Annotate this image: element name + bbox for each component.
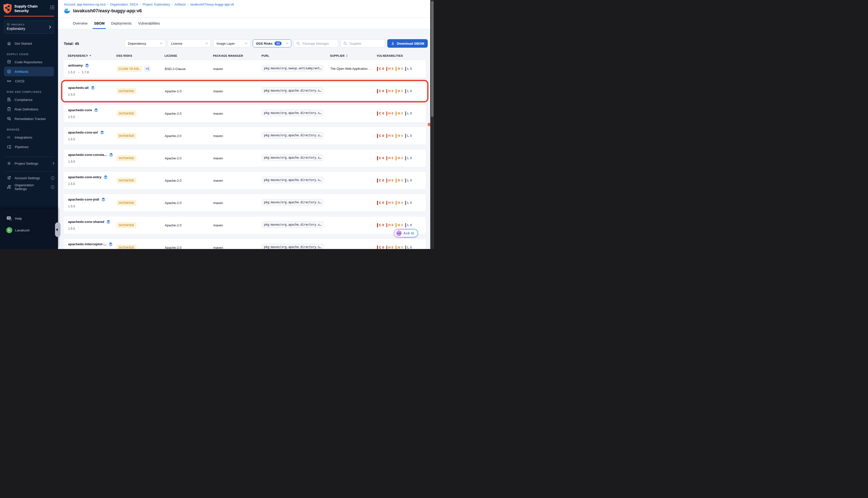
image-layer-filter-select[interactable]: Image Layer [213,39,250,48]
user-menu[interactable]: L Lavakush [0,226,58,234]
download-sbom-button[interactable]: Download SBOM [387,39,428,48]
medium-count: M0 [396,67,403,71]
tab-sbom[interactable]: SBOM [94,18,104,29]
table-row[interactable]: apacheds-all 1.5.5 → OUTDATED Apache-2.0… [63,82,426,100]
page-header: Account: app-harness-ng-cicd › Organizat… [58,0,434,18]
dependency-cell: apacheds-core-avl 1.5.5 → [68,127,117,145]
app-logo-shield-icon [3,3,12,14]
package-manager-cell: maven [213,112,262,116]
gear-icon [7,161,11,166]
sidebar-item-remediation-tracker[interactable]: Remediation Tracker [0,114,58,123]
sidebar-section-manage: MANAGE [0,127,58,132]
table-row[interactable]: apacheds-core-entry 1.5.5 → OUTDATED Apa… [63,171,426,189]
layers-icon [85,63,89,67]
tabs-bar: Overview SBOM Deployments Vulnerabilitie… [58,18,434,29]
sidebar-item-organization-settings[interactable]: Organization Settings [0,183,58,192]
project-selector[interactable]: PROJECT Exploratory [4,21,54,34]
sidebar-item-rule-definitions[interactable]: Rule Definitions [0,104,58,114]
app-title: Supply Chain Security [14,3,50,13]
license-cell: Apache-2.0 [165,112,213,116]
purl-cell: pkg:maven/org.owasp.antisamy/ant… [262,65,330,73]
purl-pill[interactable]: pkg:maven/org.apache.directory.s… [262,244,324,249]
settings-item-label: Organization Settings [15,183,44,191]
sidebar-item-compliance[interactable]: Compliance [0,95,58,104]
purl-cell: pkg:maven/org.apache.directory.s… [262,154,330,162]
sidebar-collapse-handle[interactable] [55,222,61,237]
purl-pill[interactable]: pkg:maven/org.apache.directory.s… [262,154,324,161]
dependency-filter-select[interactable]: Dependency [125,39,166,48]
breadcrumb-link-account[interactable]: Account: app-harness-ng-cicd [64,3,105,6]
sidebar-item-integrations[interactable]: Integrations [0,132,58,142]
table-row[interactable]: apacheds-core 1.5.5 → OUTDATED Apache-2.… [63,104,426,122]
home-icon [7,41,11,46]
purl-pill[interactable]: pkg:maven/org.apache.directory.s… [262,199,324,206]
table-row[interactable]: antisamy 1.5.3 → 1.7.8 CLOSE TO EOL+1 BS… [63,60,426,78]
license-filter-select[interactable]: License [168,39,211,48]
vulnerabilities-cell: C0 H0 M0 L0 [377,201,426,205]
purl-pill[interactable]: pkg:maven/org.owasp.antisamy/ant… [262,65,324,71]
upgrade-arrow: → [77,70,80,74]
license-cell: Apache-2.0 [165,89,213,93]
high-count: H0 [386,112,393,116]
ask-ai-button[interactable]: Ask AI [394,229,418,237]
critical-count: C0 [377,67,384,71]
column-header-vulnerabilities: VULNERABILITIES [377,54,426,57]
tab-vulnerabilities[interactable]: Vulnerabilities [138,18,160,29]
sidebar-item-pipelines[interactable]: Pipelines [0,142,58,152]
critical-count: C0 [377,179,384,183]
breadcrumb-link-project[interactable]: Project: Exploratory [143,3,170,6]
sidebar-item-cicd[interactable]: CI/CD [0,76,58,86]
low-count: L0 [405,201,412,205]
medium-count: M0 [396,223,403,227]
app-switcher-icon[interactable] [50,5,54,10]
sbom-table: antisamy 1.5.3 → 1.7.8 CLOSE TO EOL+1 BS… [63,60,426,249]
purl-pill[interactable]: pkg:maven/org.apache.directory.s… [262,132,324,139]
tab-deployments[interactable]: Deployments [111,18,132,29]
dependency-version: 1.5.5 → [68,93,75,96]
table-row[interactable]: apacheds-core-jndi 1.5.5 → OUTDATED Apac… [63,194,426,212]
page-scrollbar[interactable] [430,0,434,249]
collapse-arrow-icon [56,228,58,231]
table-row[interactable]: apacheds-core-consta... 1.5.5 → OUTDATED… [63,149,426,167]
package-manager-search-input[interactable] [302,41,336,46]
dependency-name: apacheds-core-shared [68,220,104,224]
breadcrumb-link-artifact-name[interactable]: lavakush07/easy-buggy-app:v6 [190,3,234,6]
sidebar-item-artifacts[interactable]: Artifacts [4,67,54,76]
package-manager-search[interactable] [294,39,338,48]
help-button[interactable]: ? Help [0,214,58,222]
purl-pill[interactable]: pkg:maven/org.apache.directory.s… [262,87,324,94]
purl-pill[interactable]: pkg:maven/org.apache.directory.s… [262,221,324,228]
sidebar-item-get-started[interactable]: Get Started [0,39,58,48]
critical-count: C0 [377,89,384,93]
vulnerabilities-cell: C0 H0 M0 L0 [377,246,426,249]
scrollbar-thumb[interactable] [431,1,433,117]
dependency-cell: apacheds-core-jndi 1.5.5 → [68,194,117,212]
purl-pill[interactable]: pkg:maven/org.apache.directory.s… [262,177,324,183]
compliance-doc-icon [7,97,11,102]
brand-divider [4,16,54,16]
sidebar-item-project-settings[interactable]: Project Settings [0,159,58,168]
sidebar-header: Supply Chain Security [0,0,58,14]
avatar: L [6,227,12,233]
table-row[interactable]: apacheds-core-shared 1.5.5 → OUTDATED Ap… [63,216,426,234]
risk-badges: OUTDATED [117,133,165,139]
oss-risks-filter-select[interactable]: OSS Risks 03 [252,39,292,48]
column-header-dependency[interactable]: DEPENDENCY [68,54,116,57]
table-row[interactable]: apacheds-core-avl 1.5.5 → OUTDATED Apach… [63,127,426,145]
breadcrumb-link-organization[interactable]: Organization: SSCA [110,3,138,6]
sidebar-item-label: Integrations [15,135,33,139]
sidebar-item-label: Pipelines [15,145,29,149]
purl-cell: pkg:maven/org.apache.directory.s… [262,132,330,140]
supplier-search-input[interactable] [349,41,382,46]
sidebar: Supply Chain Security PROJECT Explorator… [0,0,58,249]
table-row[interactable]: apacheds-interceptor-... 1.5.5 → OUTDATE… [63,238,426,249]
sidebar-item-account-settings[interactable]: Account Settings [0,173,58,183]
column-header-supplier[interactable]: SUPPLIER [330,54,377,57]
purl-pill[interactable]: pkg:maven/org.apache.directory.s… [262,110,324,116]
sidebar-item-code-repositories[interactable]: Code Repositories [0,57,58,67]
breadcrumb-link-artifacts[interactable]: Artifacts [174,3,186,6]
supplier-search[interactable] [340,39,385,48]
purl-cell: pkg:maven/org.apache.directory.s… [262,221,330,229]
chevron-right-icon [49,25,51,29]
tab-overview[interactable]: Overview [73,18,87,29]
